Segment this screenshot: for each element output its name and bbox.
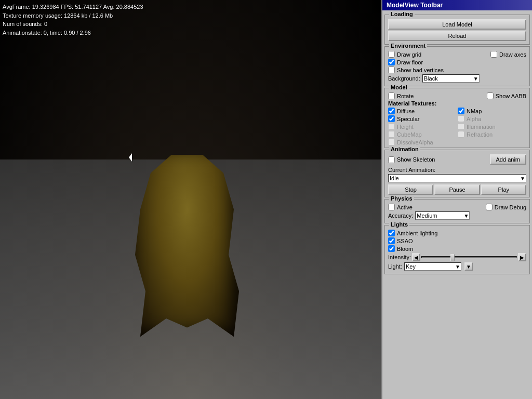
env-row2: Draw floor	[388, 59, 526, 65]
illumination-label[interactable]: Illumination	[458, 123, 526, 130]
environment-group: Environment Draw grid Draw axes Draw	[384, 46, 530, 86]
light-select[interactable]: Key Fill Back Ambient	[404, 262, 461, 271]
physics-group: Physics Active Draw Debug Accuracy:	[384, 199, 530, 223]
nmap-text: NMap	[467, 108, 482, 114]
avg-label: Avg: 20.884523	[103, 4, 143, 10]
model-label: Model	[389, 84, 409, 90]
draw-grid-checkbox[interactable]	[388, 51, 395, 58]
physics-content: Active Draw Debug Accuracy: Low Medium H…	[388, 204, 526, 220]
nmap-checkbox[interactable]	[458, 108, 464, 114]
accuracy-row: Accuracy: Low Medium High ▼	[388, 211, 526, 220]
height-checkbox	[388, 123, 395, 130]
bloom-row: Bloom	[388, 245, 526, 252]
draw-grid-label[interactable]: Draw grid	[388, 51, 421, 58]
pause-button[interactable]: Pause	[434, 184, 480, 195]
monster-body	[135, 155, 239, 337]
lights-label: Lights	[389, 221, 409, 228]
anim-select-wrapper: Idle Walk Run Attack Die ▼	[388, 174, 526, 182]
specular-checkbox[interactable]	[388, 115, 395, 122]
animation-content: Show Skeleton Add anim Current Animation…	[388, 154, 526, 195]
bloom-checkbox[interactable]	[388, 245, 395, 252]
accuracy-select[interactable]: Low Medium High	[415, 211, 470, 220]
avgframe-label: AvgFrame: 19.326984	[3, 4, 59, 10]
active-checkbox[interactable]	[388, 204, 395, 210]
material-textures-label: Material Textures:	[388, 100, 436, 107]
diffuse-checkbox[interactable]	[388, 108, 395, 114]
show-skeleton-label[interactable]: Show Skeleton	[388, 156, 435, 163]
toolbar-title: ModelView Toolbar	[382, 0, 532, 10]
refraction-checkbox	[458, 131, 464, 138]
physics-row1: Active Draw Debug	[388, 204, 526, 210]
intensity-slider-track[interactable]	[421, 256, 517, 258]
rotate-text: Rotate	[397, 93, 414, 99]
add-anim-button[interactable]: Add anim	[490, 154, 526, 165]
intensity-increase-button[interactable]: ▶	[518, 253, 526, 261]
light-row: Light: Key Fill Back Ambient ▼ ▼	[388, 262, 526, 271]
draw-floor-checkbox[interactable]	[388, 59, 395, 65]
alpha-text: Alpha	[467, 116, 481, 122]
show-bad-vertices-checkbox[interactable]	[388, 66, 395, 73]
active-label[interactable]: Active	[388, 204, 413, 210]
environment-content: Draw grid Draw axes Draw floor	[388, 51, 526, 83]
alpha-label[interactable]: Alpha	[458, 115, 526, 122]
draw-debug-text: Draw Debug	[495, 204, 526, 210]
intensity-decrease-button[interactable]: ◀	[412, 253, 420, 261]
alpha-checkbox	[458, 115, 464, 122]
scrollable-panel[interactable]: Loading Load Model Reload Environment Dr…	[382, 10, 532, 399]
show-skeleton-checkbox[interactable]	[388, 156, 395, 163]
ambient-lighting-row: Ambient lighting	[388, 230, 526, 236]
play-button[interactable]: Play	[481, 184, 526, 195]
show-skeleton-text: Show Skeleton	[397, 156, 435, 163]
show-aabb-checkbox[interactable]	[487, 92, 494, 99]
refraction-label[interactable]: Refraction	[458, 131, 526, 138]
draw-floor-text: Draw floor	[397, 59, 423, 65]
animation-select[interactable]: Idle Walk Run Attack Die	[388, 174, 526, 182]
lights-content: Ambient lighting SSAO Bloom Int	[388, 230, 526, 271]
dissolve-alpha-label[interactable]: DissolveAlpha	[388, 139, 457, 145]
rotate-label[interactable]: Rotate	[388, 92, 414, 99]
cubemap-label[interactable]: CubeMap	[388, 131, 457, 138]
load-model-button[interactable]: Load Model	[388, 19, 526, 30]
diffuse-label[interactable]: Diffuse	[388, 108, 457, 114]
background-select[interactable]: Black White Grey Checkered	[422, 74, 480, 83]
ambient-lighting-label[interactable]: Ambient lighting	[388, 230, 437, 236]
num-sounds-label: Num of sounds: 0	[3, 20, 143, 29]
hud-overlay: AvgFrame: 19.326984 FPS: 51.741127 Avg: …	[3, 3, 143, 37]
reload-button[interactable]: Reload	[388, 31, 526, 41]
anim-row1: Show Skeleton Add anim	[388, 154, 526, 165]
draw-axes-checkbox[interactable]	[490, 51, 497, 58]
ambient-lighting-checkbox[interactable]	[388, 230, 395, 236]
stop-button[interactable]: Stop	[388, 184, 433, 195]
intensity-label: Intensity:	[388, 254, 411, 260]
loading-content: Load Model Reload	[388, 19, 526, 41]
show-aabb-label[interactable]: Show AABB	[487, 92, 526, 99]
height-text: Height	[397, 124, 414, 130]
draw-debug-checkbox[interactable]	[486, 204, 493, 210]
rotate-checkbox[interactable]	[388, 92, 395, 99]
loading-group: Loading Load Model Reload	[384, 15, 530, 45]
nmap-label[interactable]: NMap	[458, 108, 526, 114]
intensity-slider-thumb	[450, 254, 455, 261]
model-group: Model Rotate Show AABB Material Textures…	[384, 88, 530, 148]
background-row: Background: Black White Grey Checkered ▼	[388, 74, 526, 83]
draw-floor-label[interactable]: Draw floor	[388, 59, 423, 65]
illumination-checkbox	[458, 123, 464, 130]
monster-model	[135, 155, 239, 337]
draw-debug-label[interactable]: Draw Debug	[486, 204, 526, 210]
accuracy-label: Accuracy:	[388, 212, 413, 219]
material-grid: Diffuse NMap Specular Alpha	[388, 108, 526, 145]
height-label[interactable]: Height	[388, 123, 457, 130]
physics-label: Physics	[389, 195, 414, 202]
draw-axes-label[interactable]: Draw axes	[490, 51, 526, 58]
draw-grid-text: Draw grid	[397, 51, 421, 58]
ssao-label[interactable]: SSAO	[388, 237, 413, 244]
anim-control-buttons: Stop Pause Play	[388, 184, 526, 195]
show-bad-vertices-label[interactable]: Show bad vertices	[388, 66, 444, 73]
specular-label[interactable]: Specular	[388, 115, 457, 122]
cubemap-checkbox	[388, 131, 395, 138]
ssao-checkbox[interactable]	[388, 237, 395, 244]
texture-memory-label: Texture memory usage: 12864 kb / 12.6 Mb	[3, 11, 143, 20]
bloom-label[interactable]: Bloom	[388, 245, 413, 252]
show-bad-vertices-text: Show bad vertices	[397, 67, 444, 73]
scroll-down-button[interactable]: ▼	[464, 262, 473, 271]
